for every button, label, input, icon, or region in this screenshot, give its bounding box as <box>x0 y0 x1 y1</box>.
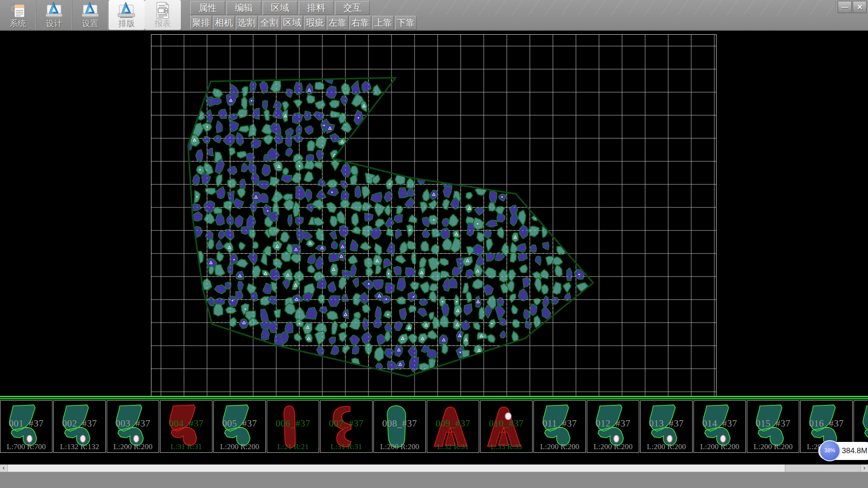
part-name-label: 006_#37 <box>267 418 319 429</box>
part-lr-count-label: L:200 R:200 <box>534 442 585 451</box>
toolbar-button-设计[interactable]: 设计 <box>36 0 72 30</box>
panel-separator <box>0 396 868 400</box>
tool-item-瑕疵-5[interactable]: 瑕疵 <box>304 16 326 30</box>
scroll-right-arrow-icon[interactable]: › <box>860 465 868 472</box>
toolbar-button-系统[interactable]: 系统 <box>0 0 36 30</box>
menu-item-属性[interactable]: 属性 <box>190 1 225 15</box>
tool-item-全割-3[interactable]: 全割 <box>259 16 280 30</box>
menu-item-交互[interactable]: 交互 <box>335 1 370 15</box>
minimize-button[interactable]: — <box>838 1 852 13</box>
nesting-canvas[interactable] <box>151 34 717 396</box>
nested-pieces[interactable] <box>184 75 589 372</box>
part-name-label: 003_#37 <box>107 418 159 429</box>
part-name-label: 005_#37 <box>214 418 265 429</box>
part-thumbnail-012_#37[interactable]: 012_#37L:200 R:200 <box>587 400 639 453</box>
part-lr-count-label: L:200 R:200 <box>107 442 159 451</box>
window-bottom-chrome <box>0 472 868 488</box>
part-thumbnail-007_#37[interactable]: 007_#37L:31 R:31 <box>320 400 373 453</box>
triangle-ruler-icon <box>80 1 100 20</box>
part-thumbnail-002_#37[interactable]: 002_#37L:132 R:132 <box>53 400 106 453</box>
tool-item-聚排-0[interactable]: 聚排 <box>190 16 212 30</box>
toolbar-button-设置[interactable]: 设置 <box>72 0 108 30</box>
part-name-label: 009_#37 <box>427 418 479 429</box>
part-lr-count-label: L:31 R:31 <box>160 442 212 451</box>
menu-item-区域[interactable]: 区域 <box>263 1 297 15</box>
part-thumbnail-010_#37[interactable]: 010_#37L:33 R:33 <box>480 400 533 453</box>
progress-circle: 38% <box>819 440 840 461</box>
part-name-label: 016_#37 <box>801 418 852 429</box>
toolbar-button-label: 设计 <box>36 18 72 29</box>
toolbar-button-label: 报表 <box>145 18 181 29</box>
part-lr-count-label: L:200 R:200 <box>694 442 745 451</box>
titlebar-texture <box>373 0 834 15</box>
tool-item-下靠-9[interactable]: 下靠 <box>395 16 417 30</box>
memory-usage-label: 384.8M <box>842 446 868 455</box>
part-thumbnail-008_#37[interactable]: 008_#37L:200 R:200 <box>373 400 426 453</box>
titlebar: 系统设计设置排版报表 属性编辑区域排料交互 聚排相机选割全割区域瑕疵左靠右靠上靠… <box>0 0 868 31</box>
window-controls-divider <box>835 1 836 13</box>
part-name-label: 014_#37 <box>694 418 745 429</box>
part-thumbnail-014_#37[interactable]: 014_#37L:200 R:200 <box>693 400 746 453</box>
part-lr-count-label: L:200 R:200 <box>747 442 799 451</box>
part-thumbnail-009_#37[interactable]: 009_#37L:32 R:31 <box>427 400 479 453</box>
menu-item-排料[interactable]: 排料 <box>299 1 334 15</box>
part-lr-count-label: L:21 R:21 <box>267 442 319 451</box>
toolbar-button-label: 设置 <box>72 18 108 29</box>
tool-item-左靠-6[interactable]: 左靠 <box>327 16 349 30</box>
part-thumbnail-011_#37[interactable]: 011_#37L:200 R:200 <box>533 400 586 453</box>
part-lr-count-label: L:200 R:200 <box>214 442 265 451</box>
toolbar-button-报表[interactable]: 报表 <box>145 0 181 30</box>
menu-item-编辑[interactable]: 编辑 <box>226 1 261 15</box>
part-name-label: 012_#37 <box>587 418 639 429</box>
close-button[interactable]: ✕ <box>853 1 867 13</box>
scrollbar-thumb[interactable] <box>8 465 785 472</box>
part-thumbnail-015_#37[interactable]: 015_#37L:200 R:200 <box>747 400 799 453</box>
tool-item-选割-2[interactable]: 选割 <box>236 16 258 30</box>
part-lr-count-label: L:200 R:200 <box>641 442 692 451</box>
tool-item-相机-1[interactable]: 相机 <box>213 16 235 30</box>
part-thumbnail-006_#37[interactable]: 006_#37L:21 R:21 <box>267 400 319 453</box>
parts-thumbnail-strip: 001_#37L:700 R:700002_#37L:132 R:132003_… <box>0 400 868 454</box>
part-thumbnail-003_#37[interactable]: 003_#37L:200 R:200 <box>107 400 159 453</box>
part-thumbnail-001_#37[interactable]: 001_#37L:700 R:700 <box>0 400 52 453</box>
part-name-label: 008_#37 <box>374 418 425 429</box>
part-thumbnail-004_#37[interactable]: 004_#37L:31 R:31 <box>160 400 212 453</box>
part-thumbnail-005_#37[interactable]: 005_#37L:200 R:200 <box>213 400 266 453</box>
toolbar-button-排版[interactable]: 排版 <box>108 0 145 30</box>
tool-item-区域-4[interactable]: 区域 <box>281 16 303 30</box>
part-lr-count-label: L:33 R:33 <box>481 442 532 451</box>
part-lr-count-label: L:700 R:700 <box>0 442 52 451</box>
part-name-label: 002_#37 <box>54 418 105 429</box>
triangle-ruler-icon <box>44 1 64 20</box>
report-icon <box>153 1 173 20</box>
toolbar-button-label: 系统 <box>0 18 36 29</box>
part-lr-count-label: L:32 R:31 <box>427 442 479 451</box>
part-lr-count-label: L:200 R:200 <box>374 442 425 451</box>
part-lr-count-label: L:132 R:132 <box>54 442 105 451</box>
nesting-canvas-svg[interactable] <box>151 35 716 396</box>
triangle-ruler-icon <box>117 1 137 20</box>
part-name-label: 015_#37 <box>747 418 799 429</box>
part-name-label: 004_#37 <box>160 418 212 429</box>
toolbar-button-label: 排版 <box>108 18 145 29</box>
part-lr-count-label: L:31 R:31 <box>321 442 372 451</box>
scroll-left-arrow-icon[interactable]: ‹ <box>0 465 8 472</box>
part-name-label: 011_#37 <box>534 418 585 429</box>
tool-item-上靠-8[interactable]: 上靠 <box>372 16 394 30</box>
status-badge: 38% 384.8M <box>818 442 868 460</box>
tool-item-右靠-7[interactable]: 右靠 <box>349 16 371 30</box>
part-thumbnail-013_#37[interactable]: 013_#37L:200 R:200 <box>640 400 693 453</box>
part-name-label: 001_#37 <box>0 418 52 429</box>
horizontal-scrollbar[interactable]: ‹ › <box>0 465 868 472</box>
part-name-label: 010_#37 <box>481 418 532 429</box>
part-name-label: 013_#37 <box>641 418 692 429</box>
part-name-label: 007_#37 <box>321 418 372 429</box>
part-lr-count-label: L:200 R:200 <box>587 442 639 451</box>
nesting-workspace <box>0 31 868 396</box>
gear-icon <box>8 1 28 20</box>
